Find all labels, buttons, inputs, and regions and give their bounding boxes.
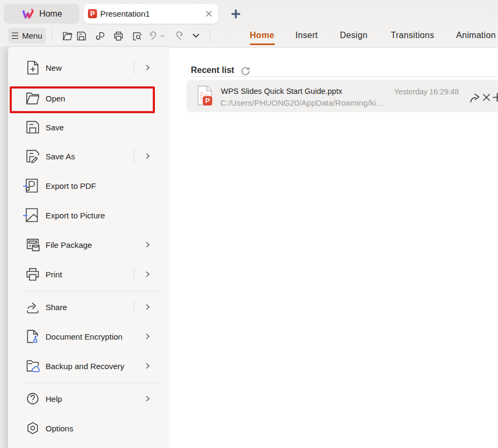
svg-text:P: P bbox=[205, 97, 210, 105]
